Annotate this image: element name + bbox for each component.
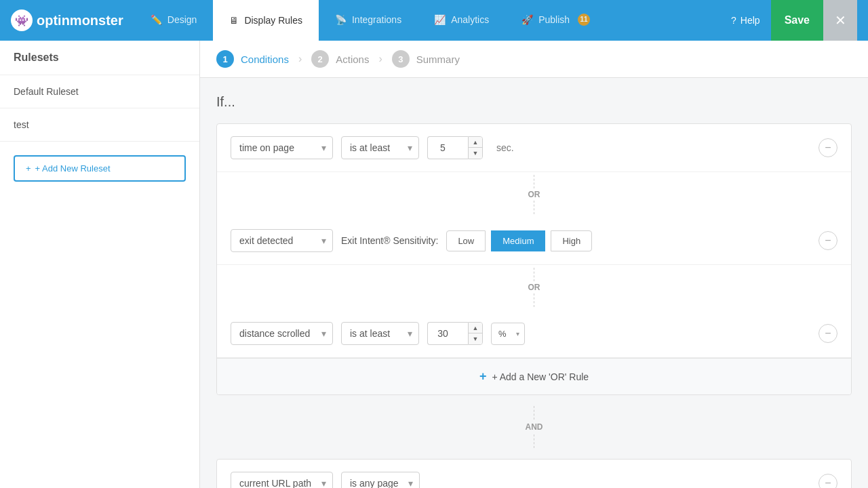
condition-select-url[interactable]: time on page exit detected distance scro… [231, 472, 333, 488]
step-arrow-1: › [298, 53, 302, 65]
scroll-spinners: ▲ ▼ [468, 322, 483, 345]
sensitivity-low-button[interactable]: Low [446, 230, 486, 251]
tab-display-rules[interactable]: 🖥 Display Rules [213, 0, 319, 41]
design-icon: ✏️ [151, 14, 162, 25]
tab-analytics[interactable]: 📈 Analytics [418, 0, 505, 41]
time-value-group: ▲ ▼ [427, 136, 483, 159]
operator-select-scroll-wrapper: is at least is less than [341, 322, 419, 345]
operator-select-url-wrapper: is any page contains is exactly [341, 472, 420, 488]
and-text: AND [526, 420, 543, 434]
step-3-circle: 3 [392, 50, 410, 68]
time-decrement-button[interactable]: ▼ [469, 148, 482, 159]
time-increment-button[interactable]: ▲ [469, 137, 482, 148]
or-text-1: OR [528, 188, 540, 201]
time-value-input[interactable] [427, 136, 468, 159]
save-button[interactable]: Save [771, 0, 823, 41]
or-divider-2: OR [217, 265, 851, 310]
step-summary[interactable]: 3 Summary [392, 50, 460, 68]
help-button[interactable]: ? Help [720, 15, 771, 26]
condition-select-scroll[interactable]: time on page exit detected distance scro… [231, 322, 333, 345]
logo[interactable]: 👾 optinmonster [11, 9, 123, 31]
remove-time-icon: − [825, 142, 831, 154]
sidebar-title: Rulesets [0, 41, 199, 75]
step-1-circle: 1 [216, 50, 234, 68]
condition-select-scroll-wrapper: time on page exit detected distance scro… [231, 322, 333, 345]
nav-right: ? Help Save ✕ [720, 0, 857, 41]
or-line-bottom-1 [534, 201, 534, 214]
step-2-circle: 2 [311, 50, 329, 68]
operator-select-time-wrapper: is at least is less than [341, 136, 419, 159]
step-arrow-2: › [378, 53, 382, 65]
sidebar: Rulesets Default Ruleset test + + Add Ne… [0, 41, 200, 488]
rule-row-scroll: time on page exit detected distance scro… [217, 310, 851, 358]
tab-publish[interactable]: 🚀 Publish 11 [505, 0, 606, 41]
sidebar-item-default[interactable]: Default Ruleset [0, 75, 199, 108]
operator-select-scroll[interactable]: is at least is less than [341, 322, 419, 345]
publish-badge: 11 [578, 14, 590, 26]
time-unit-label: sec. [496, 142, 514, 153]
tab-integrations[interactable]: 📡 Integrations [319, 0, 418, 41]
step-3-label: Summary [416, 54, 460, 65]
sensitivity-group: Exit Intent® Sensitivity: Low Medium Hig… [341, 230, 592, 251]
remove-url-icon: − [825, 477, 831, 488]
remove-url-rule-button[interactable]: − [818, 474, 837, 488]
or-line-bottom-2 [534, 293, 534, 307]
or-divider-1: OR [217, 172, 851, 217]
scroll-unit-wrapper: % px [491, 323, 525, 345]
tab-analytics-label: Analytics [451, 14, 489, 25]
help-icon: ? [731, 15, 736, 26]
and-line-bottom [534, 434, 534, 448]
nav-tabs: ✏️ Design 🖥 Display Rules 📡 Integrations… [134, 0, 720, 41]
operator-select-url[interactable]: is any page contains is exactly [341, 472, 420, 488]
condition-select-exit-wrapper: time on page exit detected distance scro… [231, 229, 333, 252]
step-1-label: Conditions [241, 54, 289, 65]
tab-display-rules-label: Display Rules [244, 15, 302, 26]
remove-scroll-icon: − [825, 327, 831, 340]
operator-select-time[interactable]: is at least is less than [341, 136, 419, 159]
remove-scroll-rule-button[interactable]: − [818, 324, 837, 343]
publish-icon: 🚀 [521, 14, 533, 25]
scroll-increment-button[interactable]: ▲ [469, 323, 482, 333]
content-area: If... time on page exit detected distanc… [200, 78, 868, 488]
time-spinners: ▲ ▼ [468, 136, 483, 159]
or-line-top-1 [534, 175, 534, 188]
add-or-label: + Add a New 'OR' Rule [492, 371, 589, 382]
or-line-top-2 [534, 268, 534, 281]
add-or-rule-button[interactable]: + + Add a New 'OR' Rule [217, 358, 851, 394]
add-ruleset-label: + Add New Ruleset [35, 163, 111, 174]
and-divider: AND [216, 395, 852, 459]
main-content: 1 Conditions › 2 Actions › 3 Summary If.… [200, 41, 868, 488]
tab-publish-label: Publish [538, 14, 570, 25]
if-label: If... [216, 94, 852, 110]
add-ruleset-plus-icon: + [26, 163, 31, 174]
and-line-top [534, 406, 534, 420]
sensitivity-high-button[interactable]: High [551, 230, 592, 251]
tab-design-label: Design [167, 14, 197, 25]
rule-row-time: time on page exit detected distance scro… [217, 124, 851, 172]
help-label: Help [741, 15, 760, 26]
logo-text: optinmonster [37, 13, 123, 28]
remove-exit-rule-button[interactable]: − [818, 231, 837, 250]
close-button[interactable]: ✕ [823, 0, 857, 41]
condition-select-time[interactable]: time on page exit detected distance scro… [231, 136, 333, 159]
display-rules-icon: 🖥 [229, 15, 239, 26]
top-navigation: 👾 optinmonster ✏️ Design 🖥 Display Rules… [0, 0, 868, 41]
add-ruleset-button[interactable]: + + Add New Ruleset [14, 155, 186, 182]
logo-icon: 👾 [11, 9, 33, 31]
sidebar-item-test[interactable]: test [0, 108, 199, 142]
rule-row-exit: time on page exit detected distance scro… [217, 217, 851, 265]
tab-design[interactable]: ✏️ Design [134, 0, 214, 41]
step-actions[interactable]: 2 Actions [311, 50, 369, 68]
add-or-plus-icon: + [479, 369, 487, 384]
scroll-value-input[interactable] [427, 322, 468, 345]
remove-time-rule-button[interactable]: − [818, 138, 837, 157]
condition-select-exit[interactable]: time on page exit detected distance scro… [231, 229, 333, 252]
remove-exit-icon: − [825, 235, 831, 247]
scroll-decrement-button[interactable]: ▼ [469, 333, 482, 344]
scroll-unit-select[interactable]: % px [491, 323, 525, 345]
sensitivity-medium-button[interactable]: Medium [491, 230, 545, 251]
condition-select-url-wrapper: time on page exit detected distance scro… [231, 472, 333, 488]
integrations-icon: 📡 [335, 14, 347, 25]
steps-bar: 1 Conditions › 2 Actions › 3 Summary [200, 41, 868, 78]
step-conditions[interactable]: 1 Conditions [216, 50, 289, 68]
